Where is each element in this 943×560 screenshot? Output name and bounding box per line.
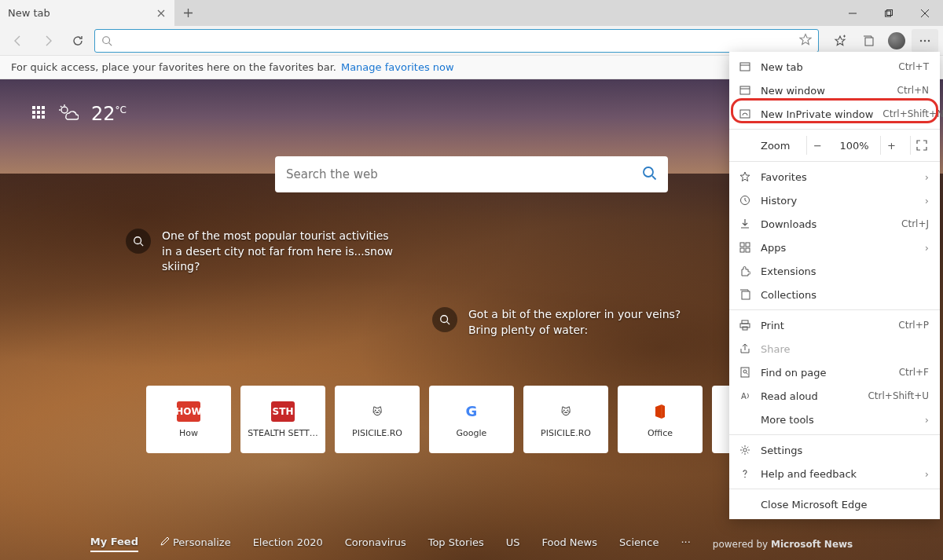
- share-icon: [739, 342, 751, 355]
- address-bar[interactable]: [94, 29, 819, 53]
- search-icon: [126, 229, 151, 254]
- feed-nav-item[interactable]: Top Stories: [428, 536, 484, 551]
- menu-find[interactable]: Find on page Ctrl+F: [729, 361, 940, 384]
- more-menu-button[interactable]: [912, 29, 938, 53]
- menu-history[interactable]: History ›: [729, 188, 940, 212]
- svg-line-31: [447, 322, 450, 325]
- browser-tab[interactable]: New tab: [0, 0, 174, 26]
- svg-rect-40: [740, 248, 744, 252]
- svg-rect-36: [740, 110, 750, 118]
- favorites-bar-button[interactable]: [827, 29, 853, 53]
- menu-collections[interactable]: Collections: [729, 283, 940, 306]
- maximize-button[interactable]: [871, 0, 907, 26]
- feed-nav-item[interactable]: Food News: [542, 536, 597, 551]
- menu-help[interactable]: Help and feedback ›: [729, 462, 940, 485]
- svg-line-56: [747, 452, 748, 453]
- svg-line-48: [747, 373, 748, 375]
- collections-button[interactable]: [855, 29, 882, 53]
- menu-apps[interactable]: Apps ›: [729, 236, 940, 259]
- menu-extensions[interactable]: Extensions: [729, 259, 940, 283]
- svg-text:A: A: [741, 392, 747, 401]
- history-icon: [739, 194, 751, 207]
- powered-by-label: powered by Microsoft News: [713, 539, 853, 550]
- forward-button[interactable]: [35, 29, 61, 53]
- feed-nav-item[interactable]: My Feed: [90, 536, 138, 552]
- window-controls: [835, 0, 943, 26]
- menu-new-inprivate[interactable]: New InPrivate window Ctrl+Shift+N: [729, 102, 940, 126]
- new-window-icon: [739, 84, 751, 97]
- profile-button[interactable]: [883, 29, 910, 53]
- quick-link-tile[interactable]: 🐱PISICILE.RO: [335, 386, 420, 453]
- zoom-in-button[interactable]: +: [880, 136, 902, 155]
- tile-icon: 🐱: [554, 401, 578, 422]
- feed-nav-item[interactable]: Personalize: [160, 536, 231, 551]
- tile-label: Office: [648, 428, 673, 438]
- menu-favorites[interactable]: Favorites ›: [729, 165, 940, 188]
- web-search-box[interactable]: [275, 156, 668, 192]
- menu-read-aloud[interactable]: A Read aloud Ctrl+Shift+U: [729, 384, 940, 408]
- svg-line-58: [742, 452, 743, 453]
- svg-point-12: [928, 39, 930, 41]
- print-icon: [739, 319, 751, 331]
- menu-more-tools[interactable]: More tools ›: [729, 408, 940, 431]
- quick-link-tile[interactable]: Office: [618, 386, 703, 453]
- tile-label: PISICILE.RO: [541, 428, 591, 438]
- svg-point-10: [920, 39, 922, 41]
- quick-links-tiles: HOWHowSTHSTEALTH SETT…🐱PISICILE.ROGGoogl…: [146, 386, 797, 453]
- weather-icon[interactable]: [58, 104, 79, 125]
- gear-icon: [739, 444, 751, 456]
- new-tab-button[interactable]: [174, 0, 201, 26]
- feed-nav-item[interactable]: Coronavirus: [345, 536, 406, 551]
- quick-link-tile[interactable]: HOWHow: [146, 386, 231, 453]
- back-button[interactable]: [5, 29, 31, 53]
- menu-downloads[interactable]: Downloads Ctrl+J: [729, 212, 940, 236]
- svg-point-59: [744, 477, 746, 478]
- svg-rect-42: [742, 291, 750, 299]
- favorite-star-icon[interactable]: [799, 33, 812, 49]
- fullscreen-button[interactable]: [910, 136, 932, 155]
- svg-line-25: [61, 106, 62, 108]
- tab-close-button[interactable]: [155, 7, 167, 20]
- window-close-button[interactable]: [907, 0, 943, 26]
- feed-nav-more[interactable]: ···: [681, 536, 690, 551]
- svg-point-5: [103, 36, 110, 43]
- svg-point-28: [134, 237, 141, 244]
- minimize-button[interactable]: [835, 0, 871, 26]
- speed-dial-button[interactable]: [31, 104, 46, 123]
- tab-title: New tab: [8, 7, 149, 19]
- menu-new-tab[interactable]: New tab Ctrl+T: [729, 55, 940, 79]
- zoom-out-button[interactable]: −: [806, 136, 828, 155]
- svg-rect-14: [37, 106, 40, 109]
- web-search-input[interactable]: [286, 167, 641, 181]
- info-blurb[interactable]: Got a bit of the explorer in your veins?…: [432, 307, 707, 338]
- manage-favorites-link[interactable]: Manage favorites now: [341, 61, 454, 73]
- info-blurb[interactable]: One of the most popular tourist activiti…: [126, 229, 401, 275]
- menu-print[interactable]: Print Ctrl+P: [729, 313, 940, 337]
- search-submit-icon[interactable]: [641, 165, 657, 184]
- menu-share: Share: [729, 337, 940, 361]
- svg-point-11: [924, 39, 926, 41]
- svg-rect-21: [42, 115, 45, 119]
- avatar-icon: [888, 32, 905, 49]
- feed-nav-item[interactable]: Science: [619, 536, 659, 551]
- chevron-right-icon: ›: [925, 468, 929, 480]
- quick-link-tile[interactable]: GGoogle: [429, 386, 514, 453]
- feed-nav-item[interactable]: US: [506, 536, 520, 551]
- weather-temp[interactable]: 22°C: [91, 103, 127, 125]
- menu-close-edge[interactable]: Close Microsoft Edge: [729, 492, 940, 516]
- menu-settings[interactable]: Settings: [729, 438, 940, 462]
- quick-link-tile[interactable]: 🐱PISICILE.RO: [523, 386, 608, 453]
- svg-rect-32: [740, 63, 750, 71]
- svg-line-57: [747, 447, 748, 448]
- app-menu: New tab Ctrl+T New window Ctrl+N New InP…: [729, 52, 940, 519]
- menu-new-window[interactable]: New window Ctrl+N: [729, 79, 940, 102]
- quick-link-tile[interactable]: STHSTEALTH SETT…: [240, 386, 325, 453]
- refresh-button[interactable]: [64, 29, 91, 53]
- title-bar: New tab: [0, 0, 943, 26]
- chevron-right-icon: ›: [925, 242, 929, 254]
- feed-nav-item[interactable]: Election 2020: [253, 536, 323, 551]
- svg-rect-34: [740, 86, 750, 94]
- svg-rect-16: [32, 111, 35, 114]
- svg-line-27: [652, 176, 656, 180]
- chevron-right-icon: ›: [925, 171, 929, 183]
